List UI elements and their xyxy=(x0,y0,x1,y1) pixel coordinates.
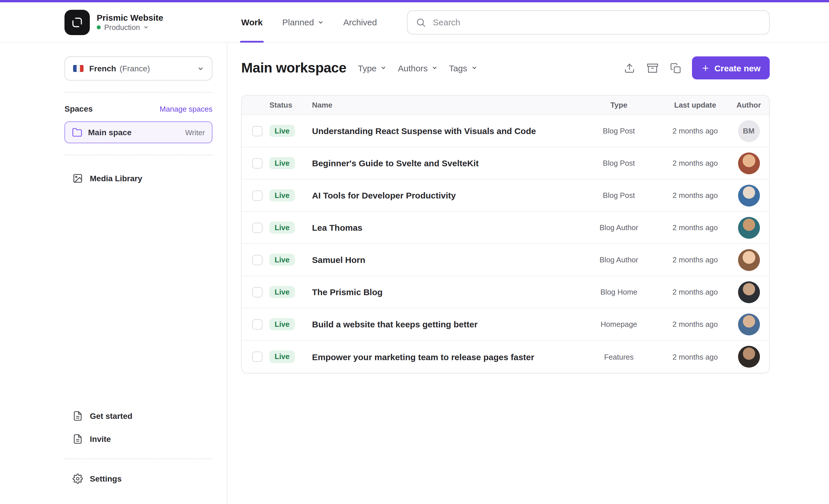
brand: Prismic Website Production xyxy=(0,2,227,42)
table-row[interactable]: Live Understanding React Suspense with V… xyxy=(242,115,769,147)
row-checkbox[interactable] xyxy=(252,255,262,265)
author-avatar xyxy=(738,217,760,238)
sidebar-item-get-started[interactable]: Get started xyxy=(65,404,212,427)
media-library-label: Media Library xyxy=(90,174,142,183)
column-header-last-update: Last update xyxy=(662,101,728,109)
sidebar-item-media-library[interactable]: Media Library xyxy=(65,167,212,190)
image-icon xyxy=(73,173,83,184)
copy-icon xyxy=(671,63,681,73)
language-name: French xyxy=(89,64,116,73)
tab-work-label: Work xyxy=(241,17,262,27)
status-badge: Live xyxy=(269,189,295,201)
column-header-name: Name xyxy=(312,101,576,109)
document-type: Blog Author xyxy=(576,256,662,264)
table-row[interactable]: Live The Prismic Blog Blog Home 2 months… xyxy=(242,276,769,308)
get-started-label: Get started xyxy=(90,411,133,421)
table-row[interactable]: Live Beginner's Guide to Svelte and Svel… xyxy=(242,147,769,180)
toolbar-actions xyxy=(619,57,686,78)
row-checkbox[interactable] xyxy=(252,190,262,200)
tab-work[interactable]: Work xyxy=(241,2,262,42)
status-badge: Live xyxy=(269,350,295,363)
duplicate-button[interactable] xyxy=(665,57,686,78)
filters: Type Authors Tags xyxy=(358,63,477,73)
table-row[interactable]: Live Empower your marketing team to rele… xyxy=(242,341,769,373)
main-content: Main workspace Type Authors Tags xyxy=(227,43,829,504)
upload-icon xyxy=(624,63,635,73)
document-type: Blog Author xyxy=(576,223,662,232)
document-name: Beginner's Guide to Svelte and SvelteKit xyxy=(312,158,576,168)
sidebar-item-invite[interactable]: Invite xyxy=(65,427,212,451)
environment-status-dot xyxy=(97,25,101,29)
top-accent-bar xyxy=(0,0,829,2)
row-checkbox[interactable] xyxy=(252,352,262,362)
filter-type[interactable]: Type xyxy=(358,63,386,73)
language-selector[interactable]: French (France) xyxy=(65,56,212,81)
last-update: 2 months ago xyxy=(662,223,728,232)
create-new-button[interactable]: Create new xyxy=(692,56,770,79)
search-input[interactable] xyxy=(432,17,761,28)
status-badge: Live xyxy=(269,124,295,137)
document-type: Blog Home xyxy=(576,288,662,296)
document-name: Samuel Horn xyxy=(312,255,576,265)
table-row[interactable]: Live Build a website that keeps getting … xyxy=(242,308,769,341)
document-type: Blog Post xyxy=(576,159,662,167)
plus-icon xyxy=(701,64,710,72)
gear-icon xyxy=(73,473,83,484)
row-checkbox[interactable] xyxy=(252,222,262,233)
tab-planned-label: Planned xyxy=(282,17,314,27)
sidebar: French (France) Spaces Manage spaces Mai… xyxy=(0,43,227,504)
row-checkbox[interactable] xyxy=(252,158,262,168)
document-name: Lea Thomas xyxy=(312,223,576,232)
prismic-logo[interactable] xyxy=(65,9,90,35)
spaces-title: Spaces xyxy=(65,104,93,113)
last-update: 2 months ago xyxy=(662,256,728,264)
sidebar-item-main-space[interactable]: Main space Writer xyxy=(65,121,212,143)
brand-text: Prismic Website Production xyxy=(97,13,163,31)
filter-tags-label: Tags xyxy=(449,63,467,73)
document-name: Empower your marketing team to release p… xyxy=(312,352,576,361)
filter-type-label: Type xyxy=(358,63,376,73)
row-checkbox[interactable] xyxy=(252,287,262,297)
create-new-label: Create new xyxy=(714,63,760,73)
document-name: Understanding React Suspense with Visual… xyxy=(312,126,576,136)
search-bar[interactable] xyxy=(407,10,770,34)
chevron-down-icon xyxy=(432,65,437,71)
document-name: AI Tools for Developer Productivity xyxy=(312,190,576,200)
row-checkbox[interactable] xyxy=(252,126,262,136)
table-row[interactable]: Live Samuel Horn Blog Author 2 months ag… xyxy=(242,244,769,276)
last-update: 2 months ago xyxy=(662,288,728,296)
table-row[interactable]: Live AI Tools for Developer Productivity… xyxy=(242,180,769,212)
workspace-tabs: Work Planned Archived xyxy=(227,2,377,42)
last-update: 2 months ago xyxy=(662,126,728,135)
status-badge: Live xyxy=(269,254,295,266)
status-badge: Live xyxy=(269,221,295,234)
language-region: (France) xyxy=(119,64,150,73)
divider xyxy=(65,459,212,459)
divider xyxy=(65,155,212,155)
documents-table: Status Name Type Last update Author Live… xyxy=(241,95,770,374)
status-badge: Live xyxy=(269,157,295,169)
settings-label: Settings xyxy=(90,474,121,483)
status-badge: Live xyxy=(269,286,295,298)
author-avatar xyxy=(738,281,760,303)
document-icon xyxy=(73,434,83,444)
sidebar-item-settings[interactable]: Settings xyxy=(65,467,212,490)
row-checkbox[interactable] xyxy=(252,319,262,329)
chevron-down-icon xyxy=(471,65,477,71)
tab-archived[interactable]: Archived xyxy=(344,2,377,42)
filter-authors[interactable]: Authors xyxy=(398,63,437,73)
status-badge: Live xyxy=(269,318,295,330)
archive-button[interactable] xyxy=(643,57,663,78)
author-avatar xyxy=(738,313,760,335)
page-body: French (France) Spaces Manage spaces Mai… xyxy=(0,43,829,504)
manage-spaces-link[interactable]: Manage spaces xyxy=(159,105,212,113)
avatar-initials: BM xyxy=(743,126,754,135)
filter-tags[interactable]: Tags xyxy=(449,63,477,73)
main-header: Main workspace Type Authors Tags xyxy=(241,55,770,81)
export-button[interactable] xyxy=(619,57,640,78)
filter-authors-label: Authors xyxy=(398,63,427,73)
environment-selector[interactable]: Production xyxy=(97,24,163,31)
app: Prismic Website Production Work Planned xyxy=(0,0,829,504)
table-row[interactable]: Live Lea Thomas Blog Author 2 months ago xyxy=(242,212,769,244)
tab-planned[interactable]: Planned xyxy=(282,2,324,42)
